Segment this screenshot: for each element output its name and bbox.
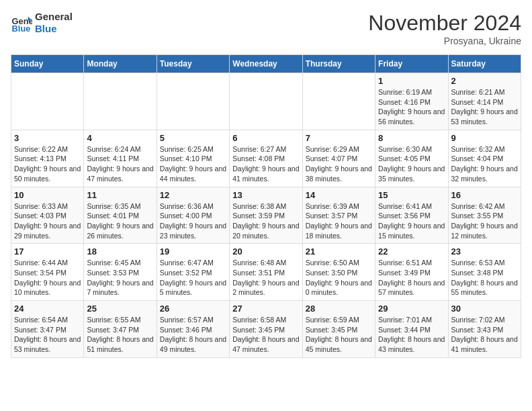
- day-number: 30: [451, 304, 518, 314]
- calendar-cell: 7Sunrise: 6:29 AM Sunset: 4:07 PM Daylig…: [302, 130, 375, 187]
- day-number: 16: [451, 190, 518, 200]
- day-info: Sunrise: 6:25 AM Sunset: 4:10 PM Dayligh…: [160, 144, 226, 184]
- day-number: 27: [232, 304, 299, 314]
- calendar-week-2: 3Sunrise: 6:22 AM Sunset: 4:13 PM Daylig…: [11, 130, 521, 187]
- day-info: Sunrise: 6:54 AM Sunset: 3:47 PM Dayligh…: [14, 315, 81, 355]
- day-header-friday: Friday: [375, 55, 448, 73]
- day-number: 11: [87, 190, 153, 200]
- calendar-cell: 6Sunrise: 6:27 AM Sunset: 4:08 PM Daylig…: [230, 130, 302, 187]
- day-info: Sunrise: 6:27 AM Sunset: 4:08 PM Dayligh…: [232, 144, 299, 184]
- calendar-cell: 29Sunrise: 7:01 AM Sunset: 3:44 PM Dayli…: [375, 301, 448, 358]
- calendar-cell: 27Sunrise: 6:58 AM Sunset: 3:45 PM Dayli…: [230, 301, 302, 358]
- day-number: 24: [14, 304, 81, 314]
- calendar-cell: 17Sunrise: 6:44 AM Sunset: 3:54 PM Dayli…: [11, 244, 84, 301]
- page-header: General Blue General Blue November 2024 …: [11, 11, 521, 46]
- calendar-cell: 9Sunrise: 6:32 AM Sunset: 4:04 PM Daylig…: [448, 130, 521, 187]
- subtitle: Prosyana, Ukraine: [368, 36, 521, 46]
- day-number: 25: [87, 304, 153, 314]
- calendar-cell: [11, 73, 84, 130]
- day-number: 17: [14, 246, 81, 257]
- calendar-cell: 13Sunrise: 6:38 AM Sunset: 3:59 PM Dayli…: [230, 187, 302, 244]
- day-number: 7: [306, 133, 372, 143]
- logo-line1: General: [35, 11, 73, 23]
- day-number: 15: [378, 190, 445, 200]
- calendar-table: SundayMondayTuesdayWednesdayThursdayFrid…: [11, 54, 521, 358]
- logo: General Blue General Blue: [11, 11, 73, 35]
- day-info: Sunrise: 6:39 AM Sunset: 3:57 PM Dayligh…: [306, 201, 372, 241]
- day-header-wednesday: Wednesday: [230, 55, 302, 73]
- calendar-cell: 19Sunrise: 6:47 AM Sunset: 3:52 PM Dayli…: [157, 244, 229, 301]
- calendar-cell: 16Sunrise: 6:42 AM Sunset: 3:55 PM Dayli…: [448, 187, 521, 244]
- calendar-cell: 26Sunrise: 6:57 AM Sunset: 3:46 PM Dayli…: [157, 301, 229, 358]
- day-info: Sunrise: 6:30 AM Sunset: 4:05 PM Dayligh…: [378, 144, 445, 184]
- calendar-cell: [84, 73, 157, 130]
- day-info: Sunrise: 6:50 AM Sunset: 3:50 PM Dayligh…: [306, 258, 372, 298]
- day-header-thursday: Thursday: [302, 55, 375, 73]
- calendar-cell: 18Sunrise: 6:45 AM Sunset: 3:53 PM Dayli…: [84, 244, 157, 301]
- day-number: 3: [14, 133, 81, 143]
- calendar-week-5: 24Sunrise: 6:54 AM Sunset: 3:47 PM Dayli…: [11, 301, 521, 358]
- day-info: Sunrise: 6:48 AM Sunset: 3:51 PM Dayligh…: [232, 258, 299, 298]
- calendar-cell: 12Sunrise: 6:36 AM Sunset: 4:00 PM Dayli…: [157, 187, 229, 244]
- day-info: Sunrise: 6:33 AM Sunset: 4:03 PM Dayligh…: [14, 201, 81, 241]
- day-info: Sunrise: 6:38 AM Sunset: 3:59 PM Dayligh…: [232, 201, 299, 241]
- day-info: Sunrise: 6:57 AM Sunset: 3:46 PM Dayligh…: [160, 315, 226, 355]
- calendar-cell: 28Sunrise: 6:59 AM Sunset: 3:45 PM Dayli…: [302, 301, 375, 358]
- calendar-week-3: 10Sunrise: 6:33 AM Sunset: 4:03 PM Dayli…: [11, 187, 521, 244]
- day-number: 6: [232, 133, 299, 143]
- day-info: Sunrise: 6:36 AM Sunset: 4:00 PM Dayligh…: [160, 201, 226, 241]
- day-info: Sunrise: 7:01 AM Sunset: 3:44 PM Dayligh…: [378, 315, 445, 355]
- day-info: Sunrise: 6:45 AM Sunset: 3:53 PM Dayligh…: [87, 258, 153, 298]
- calendar-header-row: SundayMondayTuesdayWednesdayThursdayFrid…: [11, 55, 521, 73]
- day-info: Sunrise: 6:59 AM Sunset: 3:45 PM Dayligh…: [306, 315, 372, 355]
- calendar-body: 1Sunrise: 6:19 AM Sunset: 4:16 PM Daylig…: [11, 73, 521, 358]
- calendar-cell: 15Sunrise: 6:41 AM Sunset: 3:56 PM Dayli…: [375, 187, 448, 244]
- day-number: 28: [306, 304, 372, 314]
- day-info: Sunrise: 6:21 AM Sunset: 4:14 PM Dayligh…: [451, 87, 518, 127]
- calendar-week-1: 1Sunrise: 6:19 AM Sunset: 4:16 PM Daylig…: [11, 73, 521, 130]
- day-info: Sunrise: 6:44 AM Sunset: 3:54 PM Dayligh…: [14, 258, 81, 298]
- day-info: Sunrise: 6:22 AM Sunset: 4:13 PM Dayligh…: [14, 144, 81, 184]
- day-number: 8: [378, 133, 445, 143]
- day-header-tuesday: Tuesday: [157, 55, 229, 73]
- day-number: 14: [306, 190, 372, 200]
- calendar-cell: [302, 73, 375, 130]
- day-info: Sunrise: 6:42 AM Sunset: 3:55 PM Dayligh…: [451, 201, 518, 241]
- title-block: November 2024 Prosyana, Ukraine: [368, 11, 521, 46]
- day-number: 19: [160, 246, 226, 257]
- day-number: 12: [160, 190, 226, 200]
- day-number: 13: [232, 190, 299, 200]
- day-number: 26: [160, 304, 226, 314]
- day-info: Sunrise: 6:32 AM Sunset: 4:04 PM Dayligh…: [451, 144, 518, 184]
- day-info: Sunrise: 6:55 AM Sunset: 3:47 PM Dayligh…: [87, 315, 153, 355]
- calendar-cell: 8Sunrise: 6:30 AM Sunset: 4:05 PM Daylig…: [375, 130, 448, 187]
- calendar-week-4: 17Sunrise: 6:44 AM Sunset: 3:54 PM Dayli…: [11, 244, 521, 301]
- calendar-cell: 4Sunrise: 6:24 AM Sunset: 4:11 PM Daylig…: [84, 130, 157, 187]
- day-info: Sunrise: 6:29 AM Sunset: 4:07 PM Dayligh…: [306, 144, 372, 184]
- day-number: 9: [451, 133, 518, 143]
- day-info: Sunrise: 6:35 AM Sunset: 4:01 PM Dayligh…: [87, 201, 153, 241]
- day-number: 10: [14, 190, 81, 200]
- day-info: Sunrise: 6:19 AM Sunset: 4:16 PM Dayligh…: [378, 87, 445, 127]
- calendar-cell: [230, 73, 302, 130]
- month-title: November 2024: [368, 11, 521, 36]
- day-number: 20: [232, 246, 299, 257]
- calendar-cell: 24Sunrise: 6:54 AM Sunset: 3:47 PM Dayli…: [11, 301, 84, 358]
- day-info: Sunrise: 6:24 AM Sunset: 4:11 PM Dayligh…: [87, 144, 153, 184]
- calendar-cell: [157, 73, 229, 130]
- calendar-cell: 21Sunrise: 6:50 AM Sunset: 3:50 PM Dayli…: [302, 244, 375, 301]
- calendar-cell: 11Sunrise: 6:35 AM Sunset: 4:01 PM Dayli…: [84, 187, 157, 244]
- day-number: 18: [87, 246, 153, 257]
- day-number: 1: [378, 76, 445, 86]
- calendar-cell: 23Sunrise: 6:53 AM Sunset: 3:48 PM Dayli…: [448, 244, 521, 301]
- day-number: 2: [451, 76, 518, 86]
- calendar-cell: 22Sunrise: 6:51 AM Sunset: 3:49 PM Dayli…: [375, 244, 448, 301]
- day-header-sunday: Sunday: [11, 55, 84, 73]
- day-number: 21: [306, 246, 372, 257]
- day-info: Sunrise: 7:02 AM Sunset: 3:43 PM Dayligh…: [451, 315, 518, 355]
- logo-icon: General Blue: [11, 12, 32, 34]
- calendar-cell: 14Sunrise: 6:39 AM Sunset: 3:57 PM Dayli…: [302, 187, 375, 244]
- day-info: Sunrise: 6:47 AM Sunset: 3:52 PM Dayligh…: [160, 258, 226, 298]
- calendar-cell: 2Sunrise: 6:21 AM Sunset: 4:14 PM Daylig…: [448, 73, 521, 130]
- calendar-cell: 3Sunrise: 6:22 AM Sunset: 4:13 PM Daylig…: [11, 130, 84, 187]
